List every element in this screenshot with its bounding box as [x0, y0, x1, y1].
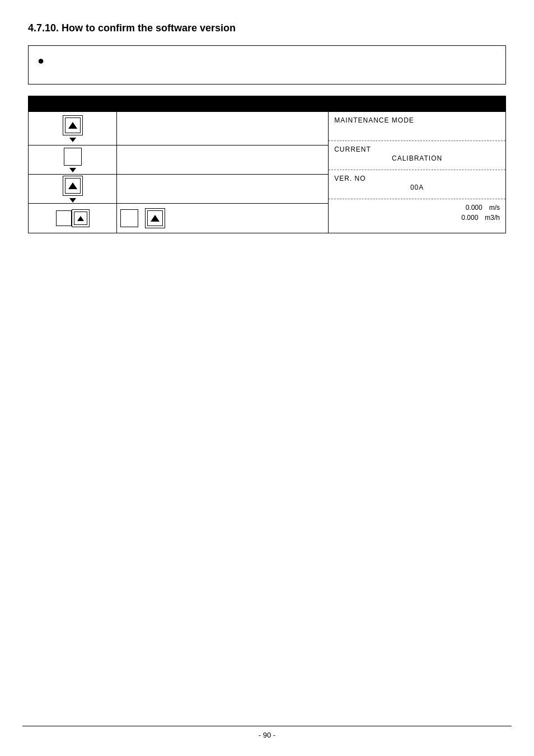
triangle-button-small[interactable]: [72, 209, 90, 227]
reading-value-1: 0.000: [466, 204, 483, 212]
header-col-3: [329, 96, 506, 112]
triangle-down-icon-2: [69, 168, 76, 172]
square-button-1[interactable]: [64, 148, 82, 166]
left-row-4: [29, 204, 116, 233]
header-col-1: [29, 96, 117, 112]
mid-rect-button[interactable]: [120, 209, 138, 227]
mid-row-3: [117, 175, 328, 204]
bottom-btn-row: [53, 205, 93, 232]
info-box: ●: [28, 45, 506, 84]
left-row-2: [29, 145, 116, 175]
reading-row-1: 0.000 m/s: [334, 203, 500, 213]
triangle-down-icon-1: [69, 138, 76, 142]
reading-unit-2: m3/h: [485, 214, 500, 222]
btn-group-3: [63, 176, 83, 203]
table-main-row: MAINTENANCE MODE CURRENT CALIBRATION VER…: [29, 112, 506, 233]
up-button-1-inner: [65, 118, 81, 133]
middle-column: [117, 112, 329, 233]
current-calibration-cell: CURRENT CALIBRATION: [329, 141, 505, 170]
left-row-3: [29, 175, 116, 204]
ver-no-value: 00A: [334, 184, 500, 191]
triangle-up-icon-3: [77, 216, 84, 221]
up-button-2-inner: [65, 178, 81, 194]
left-row-1: [29, 112, 116, 145]
ver-no-cell: VER. NO 00A: [329, 170, 505, 199]
btn-group-1: [63, 115, 83, 142]
triangle-up-icon-1: [68, 122, 77, 129]
left-col-rows: [29, 112, 116, 233]
reading-unit-1: m/s: [489, 204, 500, 212]
rect-button-1[interactable]: [56, 210, 72, 226]
mid-triangle-button[interactable]: [145, 208, 165, 228]
page-number: - 90 -: [259, 731, 275, 739]
btn-combo-1: [56, 209, 90, 227]
display-area: MAINTENANCE MODE CURRENT CALIBRATION VER…: [329, 112, 505, 228]
footer-line: [22, 726, 512, 726]
mid-row-4: [117, 204, 328, 233]
maintenance-mode-label: MAINTENANCE MODE: [334, 116, 500, 124]
mid-col-rows: [117, 112, 328, 233]
main-table: MAINTENANCE MODE CURRENT CALIBRATION VER…: [28, 96, 506, 233]
reading-value-2: 0.000: [461, 214, 478, 222]
mid-triangle-inner: [147, 210, 163, 226]
table-header-row: [29, 96, 506, 112]
info-bullet: ●: [38, 54, 44, 67]
reading-row-2: 0.000 m3/h: [334, 213, 500, 223]
triangle-up-icon-2: [68, 182, 77, 189]
section-title: 4.7.10. How to confirm the software vers…: [28, 22, 506, 34]
btn-group-2: [64, 148, 82, 172]
mid-triangle-up-icon: [151, 215, 160, 222]
header-col-2: [117, 96, 329, 112]
calibration-sub-label: CALIBRATION: [334, 154, 500, 162]
mid-row-2: [117, 145, 328, 175]
readings-cell: 0.000 m/s 0.000 m3/h: [329, 199, 505, 228]
left-column: [29, 112, 117, 233]
maintenance-mode-cell: MAINTENANCE MODE: [329, 112, 505, 141]
triangle-button-inner: [74, 212, 87, 225]
mid-row-1: [117, 112, 328, 145]
page-content: 4.7.10. How to confirm the software vers…: [0, 0, 534, 267]
up-button-2[interactable]: [63, 176, 83, 196]
current-calibration-label: CURRENT: [334, 145, 500, 153]
up-button-1[interactable]: [63, 115, 83, 135]
right-column: MAINTENANCE MODE CURRENT CALIBRATION VER…: [329, 112, 506, 233]
ver-no-label: VER. NO: [334, 175, 500, 182]
page-footer: - 90 -: [0, 726, 534, 739]
triangle-down-icon-3: [69, 198, 76, 203]
